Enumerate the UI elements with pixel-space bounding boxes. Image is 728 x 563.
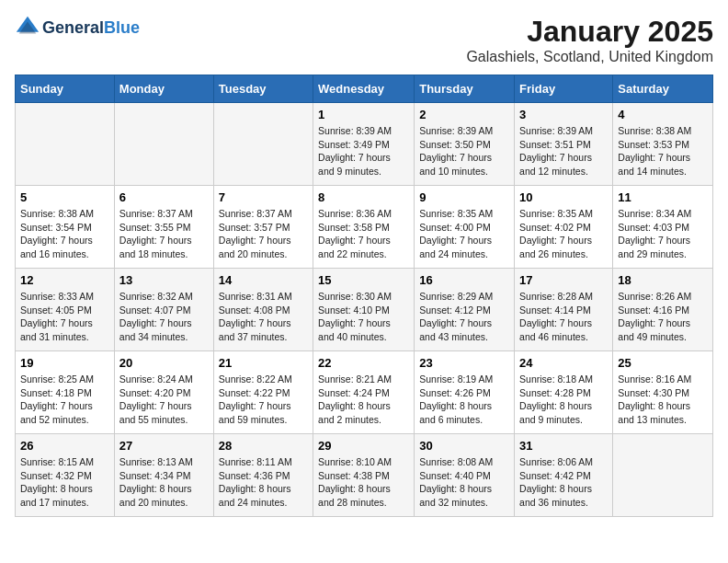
calendar-week-row: 1Sunrise: 8:39 AM Sunset: 3:49 PM Daylig…	[16, 103, 713, 186]
cell-date-number: 13	[119, 273, 209, 287]
cell-info: Sunrise: 8:25 AM Sunset: 4:18 PM Dayligh…	[20, 373, 109, 427]
cell-date-number: 27	[119, 439, 209, 453]
cell-date-number: 30	[419, 439, 509, 453]
cell-date-number: 12	[20, 273, 109, 287]
cell-info: Sunrise: 8:10 AM Sunset: 4:38 PM Dayligh…	[318, 455, 409, 510]
calendar-cell: 6Sunrise: 8:37 AM Sunset: 3:55 PM Daylig…	[114, 186, 213, 269]
calendar-cell: 4Sunrise: 8:38 AM Sunset: 3:53 PM Daylig…	[613, 103, 713, 186]
cell-date-number: 14	[219, 273, 308, 287]
calendar-cell: 28Sunrise: 8:11 AM Sunset: 4:36 PM Dayli…	[213, 434, 313, 517]
calendar-cell: 12Sunrise: 8:33 AM Sunset: 4:05 PM Dayli…	[16, 269, 115, 351]
calendar-cell: 13Sunrise: 8:32 AM Sunset: 4:07 PM Dayli…	[114, 269, 213, 351]
calendar-cell	[613, 434, 713, 517]
cell-date-number: 20	[119, 356, 209, 370]
cell-info: Sunrise: 8:19 AM Sunset: 4:26 PM Dayligh…	[419, 373, 509, 427]
cell-date-number: 15	[318, 273, 409, 287]
logo-general: General	[42, 18, 104, 37]
cell-info: Sunrise: 8:24 AM Sunset: 4:20 PM Dayligh…	[119, 373, 209, 427]
calendar-week-row: 19Sunrise: 8:25 AM Sunset: 4:18 PM Dayli…	[16, 351, 713, 434]
cell-info: Sunrise: 8:34 AM Sunset: 4:03 PM Dayligh…	[618, 207, 708, 261]
calendar-cell: 16Sunrise: 8:29 AM Sunset: 4:12 PM Dayli…	[415, 269, 515, 351]
cell-info: Sunrise: 8:13 AM Sunset: 4:34 PM Dayligh…	[119, 455, 209, 510]
calendar-cell: 25Sunrise: 8:16 AM Sunset: 4:30 PM Dayli…	[613, 351, 713, 434]
calendar-cell: 22Sunrise: 8:21 AM Sunset: 4:24 PM Dayli…	[313, 351, 415, 434]
cell-info: Sunrise: 8:37 AM Sunset: 3:57 PM Dayligh…	[219, 207, 308, 261]
cell-info: Sunrise: 8:36 AM Sunset: 3:58 PM Dayligh…	[318, 207, 409, 261]
cell-date-number: 2	[419, 108, 509, 121]
calendar-cell	[114, 103, 213, 186]
title-block: January 2025 Galashiels, Scotland, Unite…	[466, 15, 713, 65]
cell-info: Sunrise: 8:16 AM Sunset: 4:30 PM Dayligh…	[618, 373, 708, 427]
cell-info: Sunrise: 8:39 AM Sunset: 3:50 PM Dayligh…	[419, 124, 509, 178]
calendar-cell: 20Sunrise: 8:24 AM Sunset: 4:20 PM Dayli…	[114, 351, 213, 434]
calendar-week-row: 12Sunrise: 8:33 AM Sunset: 4:05 PM Dayli…	[16, 269, 713, 351]
calendar-cell: 19Sunrise: 8:25 AM Sunset: 4:18 PM Dayli…	[16, 351, 115, 434]
cell-info: Sunrise: 8:35 AM Sunset: 4:02 PM Dayligh…	[519, 207, 608, 261]
calendar-cell: 31Sunrise: 8:06 AM Sunset: 4:42 PM Dayli…	[515, 434, 613, 517]
calendar-cell	[16, 103, 115, 186]
cell-info: Sunrise: 8:08 AM Sunset: 4:40 PM Dayligh…	[419, 455, 509, 510]
cell-date-number: 11	[618, 190, 708, 204]
cell-info: Sunrise: 8:11 AM Sunset: 4:36 PM Dayligh…	[219, 455, 308, 510]
cell-date-number: 6	[119, 190, 209, 204]
cell-date-number: 1	[318, 108, 409, 121]
cell-info: Sunrise: 8:37 AM Sunset: 3:55 PM Dayligh…	[119, 207, 209, 261]
weekday-header: Monday	[114, 75, 213, 103]
cell-date-number: 10	[519, 190, 608, 204]
cell-date-number: 23	[419, 356, 509, 370]
cell-info: Sunrise: 8:30 AM Sunset: 4:10 PM Dayligh…	[318, 290, 409, 344]
cell-info: Sunrise: 8:06 AM Sunset: 4:42 PM Dayligh…	[519, 455, 608, 510]
cell-info: Sunrise: 8:39 AM Sunset: 3:51 PM Dayligh…	[519, 124, 608, 178]
calendar-cell: 10Sunrise: 8:35 AM Sunset: 4:02 PM Dayli…	[515, 186, 613, 269]
month-title: January 2025	[466, 15, 713, 49]
cell-date-number: 19	[20, 356, 109, 370]
weekday-header: Saturday	[613, 75, 713, 103]
cell-info: Sunrise: 8:21 AM Sunset: 4:24 PM Dayligh…	[318, 373, 409, 427]
calendar-cell: 5Sunrise: 8:38 AM Sunset: 3:54 PM Daylig…	[16, 186, 115, 269]
calendar-cell: 9Sunrise: 8:35 AM Sunset: 4:00 PM Daylig…	[415, 186, 515, 269]
weekday-header: Tuesday	[213, 75, 313, 103]
weekday-header: Wednesday	[313, 75, 415, 103]
cell-date-number: 31	[519, 439, 608, 453]
calendar-table: SundayMondayTuesdayWednesdayThursdayFrid…	[15, 75, 713, 517]
calendar-cell: 23Sunrise: 8:19 AM Sunset: 4:26 PM Dayli…	[415, 351, 515, 434]
logo-blue: Blue	[104, 18, 140, 37]
calendar-cell	[213, 103, 313, 186]
calendar-cell: 11Sunrise: 8:34 AM Sunset: 4:03 PM Dayli…	[613, 186, 713, 269]
weekday-header: Friday	[515, 75, 613, 103]
calendar-cell: 2Sunrise: 8:39 AM Sunset: 3:50 PM Daylig…	[415, 103, 515, 186]
cell-date-number: 24	[519, 356, 608, 370]
cell-info: Sunrise: 8:38 AM Sunset: 3:54 PM Dayligh…	[20, 207, 109, 261]
calendar-week-row: 5Sunrise: 8:38 AM Sunset: 3:54 PM Daylig…	[16, 186, 713, 269]
cell-info: Sunrise: 8:22 AM Sunset: 4:22 PM Dayligh…	[219, 373, 308, 427]
cell-date-number: 4	[618, 108, 708, 121]
cell-info: Sunrise: 8:33 AM Sunset: 4:05 PM Dayligh…	[20, 290, 109, 344]
cell-date-number: 9	[419, 190, 509, 204]
cell-date-number: 21	[219, 356, 308, 370]
calendar-cell: 17Sunrise: 8:28 AM Sunset: 4:14 PM Dayli…	[515, 269, 613, 351]
cell-date-number: 7	[219, 190, 308, 204]
cell-info: Sunrise: 8:29 AM Sunset: 4:12 PM Dayligh…	[419, 290, 509, 344]
calendar-cell: 30Sunrise: 8:08 AM Sunset: 4:40 PM Dayli…	[415, 434, 515, 517]
cell-info: Sunrise: 8:32 AM Sunset: 4:07 PM Dayligh…	[119, 290, 209, 344]
cell-info: Sunrise: 8:35 AM Sunset: 4:00 PM Dayligh…	[419, 207, 509, 261]
calendar-cell: 24Sunrise: 8:18 AM Sunset: 4:28 PM Dayli…	[515, 351, 613, 434]
calendar-cell: 18Sunrise: 8:26 AM Sunset: 4:16 PM Dayli…	[613, 269, 713, 351]
cell-info: Sunrise: 8:26 AM Sunset: 4:16 PM Dayligh…	[618, 290, 708, 344]
cell-date-number: 28	[219, 439, 308, 453]
weekday-header: Sunday	[16, 75, 115, 103]
calendar-cell: 7Sunrise: 8:37 AM Sunset: 3:57 PM Daylig…	[213, 186, 313, 269]
cell-info: Sunrise: 8:38 AM Sunset: 3:53 PM Dayligh…	[618, 124, 708, 178]
calendar-cell: 27Sunrise: 8:13 AM Sunset: 4:34 PM Dayli…	[114, 434, 213, 517]
cell-date-number: 29	[318, 439, 409, 453]
cell-date-number: 25	[618, 356, 708, 370]
cell-date-number: 17	[519, 273, 608, 287]
cell-info: Sunrise: 8:39 AM Sunset: 3:49 PM Dayligh…	[318, 124, 409, 178]
calendar-cell: 8Sunrise: 8:36 AM Sunset: 3:58 PM Daylig…	[313, 186, 415, 269]
logo-icon	[15, 15, 40, 40]
weekday-header-row: SundayMondayTuesdayWednesdayThursdayFrid…	[16, 75, 713, 103]
calendar-cell: 21Sunrise: 8:22 AM Sunset: 4:22 PM Dayli…	[213, 351, 313, 434]
cell-info: Sunrise: 8:18 AM Sunset: 4:28 PM Dayligh…	[519, 373, 608, 427]
calendar-cell: 3Sunrise: 8:39 AM Sunset: 3:51 PM Daylig…	[515, 103, 613, 186]
cell-date-number: 3	[519, 108, 608, 121]
